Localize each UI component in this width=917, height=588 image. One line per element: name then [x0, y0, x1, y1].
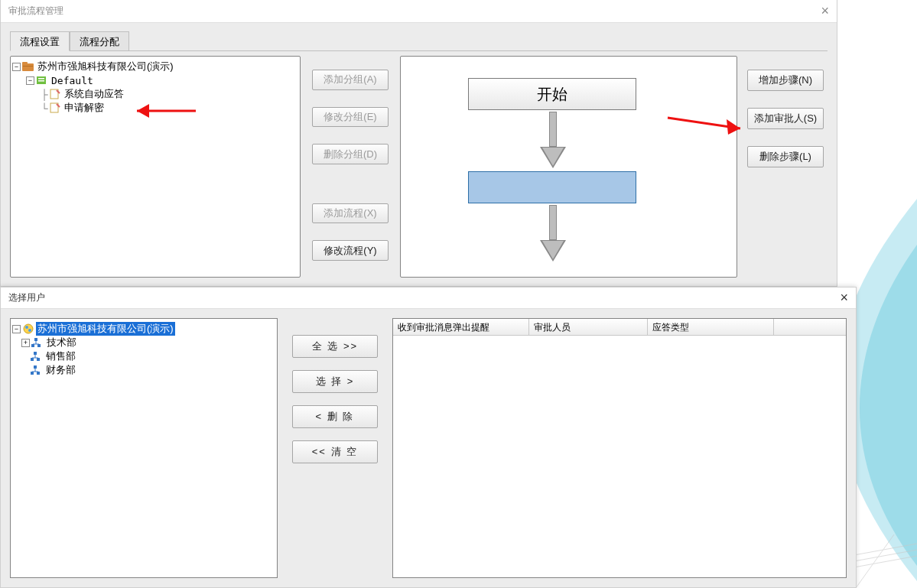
svg-rect-20: [550, 206, 556, 239]
svg-rect-31: [37, 344, 41, 347]
window2-titlebar: 选择用户 ×: [1, 288, 856, 309]
remove-button[interactable]: < 删 除: [292, 405, 378, 428]
folder-icon: [22, 61, 34, 72]
flow-start-node[interactable]: 开始: [468, 78, 636, 110]
tree-group-row[interactable]: − Default: [12, 73, 298, 87]
flow-tree-panel[interactable]: − 苏州市强旭科技有限公司(演示) − Default ├: [10, 56, 301, 278]
tree-dept-row[interactable]: 财务部: [12, 363, 275, 377]
step-button-column: 增加步骤(N) 添加审批人(S) 删除步骤(L): [743, 56, 828, 278]
tab-flow-assign-label: 流程分配: [80, 36, 119, 47]
tree-dept-label: 财务部: [44, 363, 77, 377]
transfer-button-column: 全 选 >> 选 择 > < 删 除 << 清 空: [285, 318, 385, 578]
tab-flow-settings[interactable]: 流程设置: [10, 31, 70, 51]
group-flow-button-column: 添加分组(A) 修改分组(E) 删除分组(D) 添加流程(X) 修改流程(Y): [307, 56, 394, 278]
edit-group-button[interactable]: 修改分组(E): [312, 107, 389, 128]
flow-arrow-icon: [540, 112, 566, 170]
svg-point-28: [28, 329, 31, 332]
svg-rect-11: [38, 80, 44, 82]
tree-root-row[interactable]: − 苏州市强旭科技有限公司(演示): [12, 322, 275, 336]
tree-item-row[interactable]: └ 申请解密: [12, 101, 298, 115]
flow-start-label: 开始: [537, 84, 567, 105]
tab-flow-assign[interactable]: 流程分配: [70, 31, 129, 51]
add-group-button[interactable]: 添加分组(A): [312, 70, 389, 90]
tree-collapse-icon[interactable]: −: [12, 325, 21, 333]
window2-title: 选择用户: [8, 291, 45, 304]
flow-arrow-icon: [540, 205, 566, 263]
add-approver-button[interactable]: 添加审批人(S): [747, 108, 824, 129]
table-header-notify[interactable]: 收到审批消息弹出提醒: [393, 319, 529, 335]
tree-root-label: 苏州市强旭科技有限公司(演示): [36, 322, 175, 336]
svg-line-5: [856, 534, 894, 588]
tree-collapse-icon[interactable]: −: [26, 76, 34, 85]
delete-step-button[interactable]: 删除步骤(L): [747, 146, 824, 167]
flow-item-icon: [49, 102, 61, 113]
svg-rect-39: [34, 365, 37, 369]
tree-dept-row[interactable]: 销售部: [12, 349, 275, 363]
svg-rect-34: [34, 352, 37, 355]
tree-root-label: 苏州市强旭科技有限公司(演示): [36, 60, 175, 73]
tree-item-label: 系统自动应答: [63, 87, 125, 101]
svg-rect-10: [38, 78, 44, 80]
tree-group-label: Default: [50, 75, 95, 86]
svg-rect-36: [37, 358, 40, 361]
flow-item-icon: [49, 89, 61, 99]
table-header-spacer: [774, 319, 846, 335]
svg-point-26: [24, 324, 33, 333]
svg-marker-21: [542, 241, 564, 259]
user-tree-panel[interactable]: − 苏州市强旭科技有限公司(演示) + 技术部 销售: [10, 318, 278, 578]
select-all-button[interactable]: 全 选 >>: [292, 335, 378, 358]
tree-dept-label: 技术部: [45, 336, 78, 349]
dept-icon: [31, 337, 44, 348]
tree-root-row[interactable]: − 苏州市强旭科技有限公司(演示): [12, 60, 298, 73]
flow-step-node[interactable]: [468, 171, 636, 203]
tree-item-row[interactable]: ├ 系统自动应答: [12, 87, 298, 101]
approver-table-panel[interactable]: 收到审批消息弹出提醒 审批人员 应答类型: [392, 318, 847, 578]
tabstrip: 流程设置 流程分配: [10, 31, 837, 50]
flow-diagram-panel[interactable]: 开始: [400, 56, 737, 278]
svg-rect-40: [31, 372, 34, 375]
tree-item-label: 申请解密: [63, 101, 106, 115]
tab-flow-settings-label: 流程设置: [20, 36, 60, 47]
table-header-row: 收到审批消息弹出提醒 审批人员 应答类型: [393, 319, 846, 336]
approval-flow-window: 审批流程管理 × 流程设置 流程分配 − 苏州市强旭科技有限公司(演示) −: [0, 0, 837, 287]
svg-rect-41: [37, 372, 40, 375]
dept-icon: [31, 365, 43, 375]
svg-point-27: [25, 326, 28, 329]
window1-title: 审批流程管理: [8, 5, 63, 18]
group-icon: [36, 75, 48, 86]
org-icon: [22, 323, 34, 334]
svg-rect-16: [550, 112, 556, 146]
table-header-response-type[interactable]: 应答类型: [648, 319, 774, 335]
tree-expand-icon[interactable]: +: [21, 339, 30, 347]
svg-rect-35: [31, 358, 34, 361]
svg-marker-17: [542, 148, 564, 166]
table-header-approver[interactable]: 审批人员: [529, 319, 648, 335]
tree-dept-label: 销售部: [44, 349, 77, 363]
select-user-window: 选择用户 × − 苏州市强旭科技有限公司(演示) + 技术部: [0, 287, 857, 588]
delete-group-button[interactable]: 删除分组(D): [312, 144, 389, 164]
select-button[interactable]: 选 择 >: [292, 370, 378, 393]
clear-button[interactable]: << 清 空: [292, 440, 378, 463]
add-flow-button[interactable]: 添加流程(X): [312, 203, 389, 224]
dept-icon: [31, 351, 43, 362]
tree-dept-row[interactable]: + 技术部: [12, 336, 275, 349]
add-step-button[interactable]: 增加步骤(N): [747, 70, 824, 91]
window1-titlebar: 审批流程管理 ×: [1, 0, 837, 23]
window2-close-icon[interactable]: ×: [840, 290, 848, 306]
svg-rect-7: [22, 62, 28, 65]
svg-rect-30: [31, 344, 34, 347]
svg-rect-8: [23, 66, 33, 67]
window1-close-icon[interactable]: ×: [821, 3, 829, 19]
tree-collapse-icon[interactable]: −: [12, 63, 21, 71]
svg-rect-29: [34, 338, 37, 341]
edit-flow-button[interactable]: 修改流程(Y): [312, 240, 389, 261]
